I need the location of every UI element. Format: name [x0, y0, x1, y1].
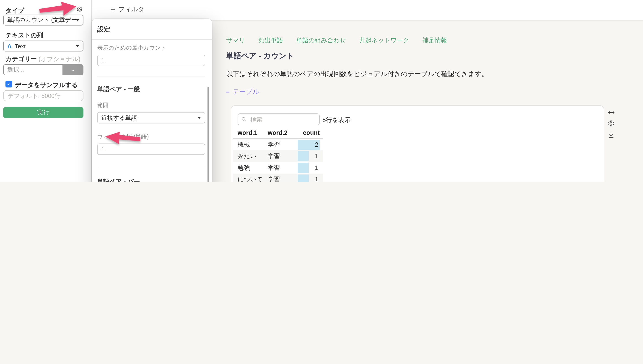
plus-icon: +	[111, 6, 115, 14]
count-bar	[298, 151, 309, 162]
count-value: 1	[315, 162, 318, 174]
category-optional-label: (オプショナル)	[39, 56, 81, 62]
sample-data-label: データをサンプルする	[15, 81, 78, 89]
section-pair-general: 単語ペア - 一般	[97, 85, 205, 94]
divider	[97, 166, 205, 166]
text-column-label: テキストの列	[6, 32, 43, 40]
cell-count: 1	[298, 162, 320, 174]
table-row: 機械 学習 2	[233, 139, 323, 150]
min-count-input[interactable]	[97, 55, 205, 66]
sidebar: タイプ 単語のカウント (文章データ) テキストの列 A Text カテゴリー …	[0, 0, 92, 182]
word-pair-table-toggle[interactable]: − テーブル	[226, 88, 259, 96]
panel-scrollbar[interactable]	[207, 87, 209, 182]
count-value: 1	[315, 174, 318, 182]
min-count-label: 表示のための最小カウント	[97, 44, 205, 52]
word-pair-table-card: 5行を表示 word.1 word.2 count 機械 学習 2 みたい 学習…	[231, 105, 604, 182]
download-icon[interactable]	[608, 132, 615, 138]
cell-word1: について	[238, 174, 263, 182]
table-tools	[608, 110, 615, 138]
cell-word2: 学習	[268, 139, 280, 150]
caret-down-icon	[76, 19, 79, 21]
caret-down-icon	[76, 45, 79, 47]
resize-width-icon[interactable]	[608, 110, 615, 115]
section-pair-bar: 単語ペア - バー	[97, 178, 205, 182]
settings-panel: 設定 表示のための最小カウント 単語ペア - 一般 範囲 近接する単語 ウィンド…	[92, 19, 212, 182]
type-label: タイプ	[6, 7, 25, 15]
tab-summary[interactable]: サマリ	[226, 36, 245, 45]
rows-shown-info: 5行を表示	[323, 116, 351, 124]
type-select[interactable]: 単語のカウント (文章データ)	[3, 14, 84, 26]
add-filter-button[interactable]: + フィルタ	[111, 6, 144, 14]
settings-panel-title: 設定	[92, 19, 212, 39]
table-row: について 学習 1	[233, 174, 323, 182]
window-width-input[interactable]	[97, 144, 205, 155]
category-label: カテゴリー (オプショナル)	[6, 55, 81, 63]
word-pair-table-toggle-label: テーブル	[233, 88, 259, 96]
divider	[97, 76, 205, 77]
cell-count: 1	[298, 174, 320, 182]
cell-word2: 学習	[268, 162, 280, 174]
run-button[interactable]: 実行	[3, 107, 84, 118]
table-settings-gear-icon[interactable]	[608, 120, 615, 127]
cell-word1: 機械	[238, 139, 250, 150]
category-remove-button[interactable]: -	[63, 64, 84, 75]
app-root: タイプ 単語のカウント (文章データ) テキストの列 A Text カテゴリー …	[0, 0, 643, 182]
category-select[interactable]: 選択...	[3, 64, 63, 75]
count-bar	[298, 174, 309, 182]
range-select-value: 近接する単語	[101, 114, 137, 122]
sidebar-settings-gear-icon[interactable]	[77, 6, 83, 12]
range-select[interactable]: 近接する単語	[97, 112, 205, 124]
text-column-select[interactable]: A Text	[3, 40, 84, 52]
word-pair-count-description: 以下はそれぞれの単語のペアの出現回数をビジュアル付きのテーブルで確認できます。	[226, 70, 488, 78]
tab-cooccurrence-network[interactable]: 共起ネットワーク	[359, 36, 409, 45]
tab-word-combinations[interactable]: 単語の組み合わせ	[296, 36, 346, 45]
range-label: 範囲	[97, 102, 205, 109]
analytics-tabs: サマリ 頻出単語 単語の組み合わせ 共起ネットワーク 補足情報	[226, 36, 447, 45]
divider	[92, 39, 212, 40]
cell-word1: みたい	[238, 150, 256, 162]
cell-count: 2	[298, 139, 320, 150]
caret-down-icon	[197, 117, 201, 119]
type-select-value: 単語のカウント (文章データ)	[7, 16, 76, 24]
category-select-placeholder: 選択...	[7, 66, 24, 74]
collapse-icon: −	[226, 88, 230, 96]
add-filter-label: フィルタ	[118, 6, 145, 14]
cell-word1: 勉強	[238, 162, 250, 174]
table-row: 勉強 学習 1	[233, 162, 323, 174]
table-search-input[interactable]	[249, 116, 316, 123]
count-bar	[298, 163, 309, 173]
tab-supplementary-info[interactable]: 補足情報	[423, 36, 447, 45]
window-width-label: ウィンドウ幅 (単語)	[97, 133, 205, 141]
sample-size-input[interactable]	[3, 90, 84, 101]
text-column-value: Text	[15, 42, 26, 50]
table-row: みたい 学習 1	[233, 150, 323, 162]
tab-frequent-words[interactable]: 頻出単語	[258, 36, 283, 45]
cell-word2: 学習	[268, 150, 280, 162]
column-header-count: count	[298, 130, 320, 138]
count-value: 2	[315, 139, 318, 150]
cell-word2: 学習	[268, 174, 280, 182]
text-type-icon: A	[7, 42, 12, 50]
word-pair-count-title: 単語ペア - カウント	[226, 51, 294, 61]
table-search[interactable]	[238, 114, 320, 125]
search-icon	[241, 117, 247, 122]
sample-data-checkbox[interactable]: ✓	[6, 81, 12, 88]
column-header-word1: word.1	[238, 130, 257, 138]
count-value: 1	[315, 150, 318, 162]
column-header-word2: word.2	[268, 130, 287, 138]
topbar: + フィルタ	[91, 0, 643, 20]
cell-count: 1	[298, 150, 320, 162]
